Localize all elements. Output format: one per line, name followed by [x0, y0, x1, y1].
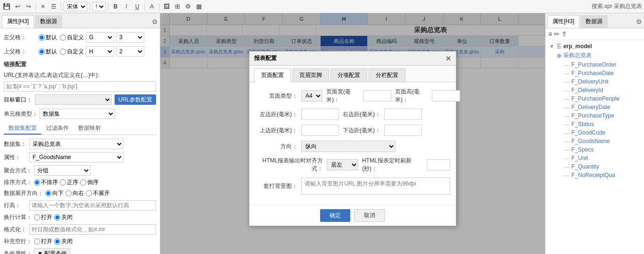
modal-cancel-btn[interactable]: 取消 [354, 209, 385, 222]
top-parent-row-select[interactable]: 2 [116, 46, 144, 57]
top-parent-custom-radio[interactable]: 自定义 [60, 48, 84, 56]
redo-icon[interactable]: ↪ [24, 2, 33, 11]
tree-item-0[interactable]: — F_PurchaseOrder [555, 60, 642, 69]
tree-item-3[interactable]: — F_DeliveryId [555, 86, 642, 94]
modal-direction-select[interactable]: 纵向 [301, 141, 396, 152]
subtab-mapping[interactable]: 数据映射 [74, 123, 106, 135]
merge-icon[interactable]: ⊞ [173, 2, 182, 11]
tree-item-2[interactable]: — F_DeliveryUnit [555, 77, 642, 86]
modal-page-width-input[interactable]: 210 [363, 90, 391, 102]
sort-none-radio[interactable]: 不排序 [34, 178, 58, 186]
align-center-icon[interactable]: ☰ [49, 2, 58, 11]
tree-item-10[interactable]: — F_Specs [555, 145, 642, 154]
underline-icon[interactable]: U [132, 2, 142, 11]
tree-item-4[interactable]: — F_PurchasePeople [555, 94, 642, 103]
align-left-icon[interactable]: ≡ [38, 2, 48, 11]
expand-right-radio[interactable]: 向右 [66, 189, 84, 197]
sep4 [108, 3, 108, 10]
tree-item-1[interactable]: — F_PurchaseDate [555, 69, 642, 77]
tree-item-6[interactable]: — F_PurchaseType [555, 111, 642, 120]
aggregate-select[interactable]: 分组 [34, 165, 91, 176]
undo-icon[interactable]: ↩ [13, 2, 22, 11]
modal-margin-left-input[interactable]: 32 [301, 109, 339, 120]
tree-dash-7: — [564, 121, 570, 127]
tree-item-13[interactable]: — F_NoReceiptQua [555, 171, 642, 179]
tree-item-9[interactable]: — F_GoodsName [555, 137, 642, 145]
left-parent-col-select[interactable]: G [86, 32, 114, 42]
subtab-filter[interactable]: 过滤条件 [41, 123, 74, 135]
modal-margin-right-input[interactable]: 32 [384, 109, 422, 120]
dataset-select[interactable]: 采购总览表 [29, 139, 124, 149]
image-icon[interactable]: 🖼 [162, 2, 171, 11]
calc-on-radio[interactable]: 打开 [34, 213, 52, 221]
calc-label: 换行计算： [4, 213, 32, 221]
tree-item-5[interactable]: — F_DeliveryDate [555, 103, 642, 111]
settings-icon[interactable]: ⚙ [183, 2, 193, 11]
italic-icon[interactable]: I [122, 2, 131, 11]
left-parent-custom-radio[interactable]: 自定义 [60, 34, 84, 42]
modal-margin-bottom-input[interactable]: 25 [384, 125, 422, 136]
rp-list-icon[interactable]: ≡ [548, 30, 552, 38]
top-parent-label: 上父格： [4, 48, 37, 56]
modal-tab-page[interactable]: 页面配置 [254, 68, 291, 82]
row-height-input[interactable] [29, 200, 156, 211]
expand-none-radio[interactable]: 不展开 [86, 189, 110, 197]
format-input[interactable] [29, 224, 156, 235]
modal-close-btn[interactable]: ✕ [446, 55, 451, 62]
modal-ok-btn[interactable]: 确定 [320, 209, 350, 222]
modal-tab-column[interactable]: 分栏配置 [369, 68, 405, 82]
panel-gear-icon[interactable]: ⚙ [152, 18, 158, 25]
expand-label: 数据展开方向： [4, 189, 43, 197]
fill-off-radio[interactable]: 关闭 [54, 237, 73, 246]
expand-down-radio[interactable]: 向下 [45, 189, 64, 197]
fill-empty-label: 补充空行： [4, 237, 32, 246]
right-tab-properties[interactable]: 属性[H3] [547, 15, 579, 28]
left-parent-row-select[interactable]: 3 [116, 32, 144, 42]
tree-root-item[interactable]: ▼ 🗄 erp_model [547, 42, 642, 51]
property-select[interactable]: F_GoodsName [29, 152, 124, 162]
rp-upload-icon[interactable]: ⇑ [561, 30, 567, 38]
condition-btn[interactable]: ▼ 配置条件 [34, 248, 70, 254]
calc-off-radio[interactable]: 关闭 [54, 213, 73, 221]
fill-on-radio[interactable]: 打开 [34, 237, 52, 246]
left-parent-default-radio[interactable]: 默认 [39, 34, 57, 42]
top-parent-default-radio[interactable]: 默认 [39, 48, 57, 56]
modal-margin-top-input[interactable]: 25 [301, 125, 339, 136]
target-select[interactable] [35, 94, 112, 105]
tree-item-12[interactable]: — F_Quantity [555, 162, 642, 171]
font-color-icon[interactable]: A [147, 2, 157, 11]
modal-tab-section[interactable]: 分项配置 [330, 68, 367, 82]
tab-properties[interactable]: 属性[H3] [2, 15, 34, 28]
url-input[interactable] [4, 81, 156, 92]
tree-field-10: F_Specs [571, 146, 594, 153]
sort-desc-radio[interactable]: 倒序 [80, 178, 99, 186]
top-parent-col-select[interactable]: H [86, 46, 114, 57]
tree-item-11[interactable]: — F_Unit [555, 154, 642, 162]
tab-datasource[interactable]: 数据源 [35, 15, 62, 28]
sort-asc-radio[interactable]: 正序 [60, 178, 78, 186]
tree-section-title[interactable]: ⊕ 采购总览表 [555, 51, 642, 60]
right-panel-gear-icon[interactable]: ⚙ [636, 18, 642, 25]
right-tab-datasource[interactable]: 数据源 [580, 15, 608, 28]
table-icon[interactable]: ▦ [194, 2, 204, 11]
tree-expand-icon: ▼ [549, 43, 554, 49]
modal-row-bg: 套打背景图： [255, 178, 450, 195]
modal-page-height-input[interactable]: 297 [432, 90, 460, 102]
modal-html-align-select[interactable]: 居左 [327, 159, 358, 170]
cell-type-select[interactable]: 数据集 [40, 109, 115, 119]
bold-icon[interactable]: B [111, 2, 120, 11]
font-family-select[interactable]: 宋体 [64, 2, 87, 11]
font-size-select[interactable]: 9 [92, 2, 106, 11]
modal-body: 页面类型： A4 页面宽(毫米)： 210 页面高(毫米)： 297 左边距(毫… [249, 82, 456, 205]
modal-html-refresh-input[interactable]: 0 [427, 159, 450, 170]
search-label: 搜索.xpr 采购总览表 [592, 2, 642, 10]
modal-bg-textarea[interactable] [301, 178, 450, 195]
modal-tab-header[interactable]: 页眉页脚 [292, 68, 329, 82]
modal-page-type-select[interactable]: A4 [301, 90, 322, 102]
subtab-dataset[interactable]: 数据集配置 [4, 123, 41, 135]
save-icon[interactable]: 💾 [2, 2, 11, 11]
rp-edit-icon[interactable]: ✏ [554, 30, 560, 38]
tree-item-7[interactable]: — F_Status [555, 120, 642, 128]
tree-item-8[interactable]: — F_GoodCode [555, 128, 642, 137]
url-param-btn[interactable]: URL参数配置 [115, 94, 156, 105]
